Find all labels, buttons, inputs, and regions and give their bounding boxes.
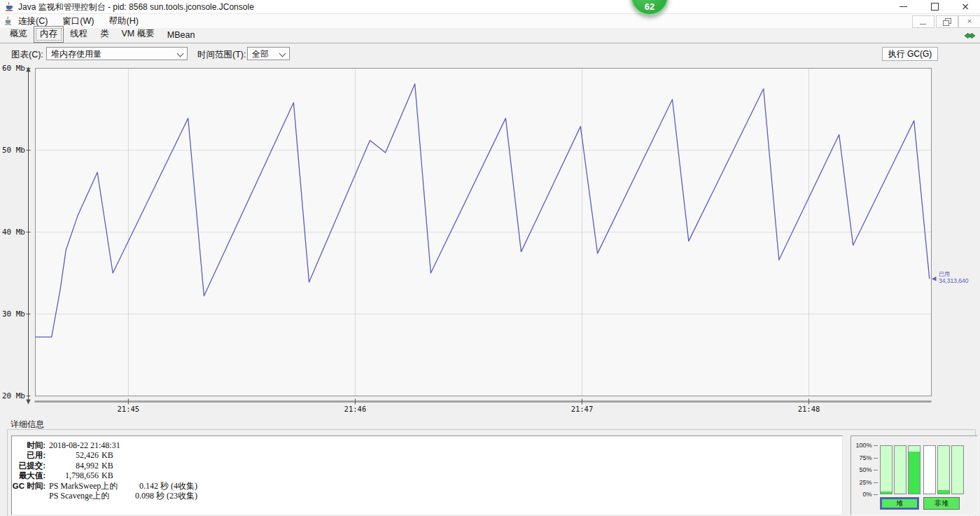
detail-row-gc-marksweep: GC 时间:PS MarkSweep上的0.142 秒 (4收集) <box>12 481 842 491</box>
time-range-select[interactable]: 全部 <box>247 47 290 60</box>
mdi-restore-button[interactable] <box>936 15 958 28</box>
tab-vm-summary[interactable]: VM 概要 <box>115 26 161 43</box>
tab-memory[interactable]: 内存 <box>34 26 64 43</box>
range-select-label: 时间范围(T): <box>197 49 246 61</box>
perform-gc-button[interactable]: 执行 GC(G) <box>882 47 938 61</box>
memory-pool-bar <box>908 445 920 494</box>
gauge-scale-label: 50% -- <box>853 466 878 473</box>
menu-item-window[interactable]: 窗口(W) <box>61 15 95 27</box>
memory-pool-bar <box>923 445 936 494</box>
detail-unit: KB <box>102 461 113 470</box>
toolbar: 图表(C): 堆内存使用量 时间范围(T): 全部 执行 GC(G) <box>0 43 980 64</box>
java-cup-icon <box>4 1 14 12</box>
chevron-down-icon <box>279 50 286 57</box>
green-plug-icon <box>964 31 976 41</box>
details-panel: 时间:2018-08-22 21:48:31已用:52,426KB已提交:84,… <box>11 435 843 515</box>
tab-mbean[interactable]: MBean <box>161 28 202 43</box>
mdi-close-button[interactable]: × <box>958 15 980 28</box>
chart-select-value: 堆内存使用量 <box>51 49 102 59</box>
title-bar: Java 监视和管理控制台 - pid: 8568 sun.tools.jcon… <box>0 0 980 14</box>
x-tick-label: 21:47 <box>571 405 594 413</box>
gauge-scale-label: 100% -- <box>853 442 878 449</box>
menu-item-help[interactable]: 帮助(H) <box>107 15 139 27</box>
y-tick-label: 30 Mb <box>2 309 25 319</box>
detail-value: PS MarkSweep上的 <box>49 481 118 491</box>
chart-select[interactable]: 堆内存使用量 <box>46 47 188 60</box>
close-icon: × <box>961 1 969 12</box>
x-tick-label: 21:46 <box>344 405 367 413</box>
detail-gc-time: 0.142 秒 (4收集) <box>117 481 197 491</box>
detail-row-gc-scavenge: PS Scavenge上的0.098 秒 (23收集) <box>12 491 842 501</box>
detail-unit: KB <box>102 450 113 460</box>
detail-row-committed: 已提交:84,992KB <box>12 461 842 470</box>
memory-pool-used-fill <box>881 491 892 494</box>
memory-pool-bar <box>880 445 892 494</box>
y-tick-label: 50 Mb <box>2 146 25 155</box>
gauge-scale-label: 25% -- <box>853 479 878 486</box>
y-tick-label: 20 Mb <box>2 391 25 400</box>
mdi-minimize-icon <box>920 24 926 25</box>
detail-value: 52,426 <box>40 450 99 460</box>
x-tick-label: 21:48 <box>798 405 820 413</box>
y-tick-label: 40 Mb <box>2 228 25 237</box>
gauge-button-heap[interactable]: 堆 <box>880 497 919 510</box>
marker-label: 已用 <box>939 271 950 277</box>
mdi-minimize-button[interactable] <box>912 15 934 28</box>
y-axis-arrow-bottom <box>26 400 30 405</box>
gauge-panel: 100% --75% --50% --25% --0% --堆非堆 <box>850 435 978 515</box>
tab-threads[interactable]: 线程 <box>64 26 94 43</box>
detail-value: PS Scavenge上的 <box>49 491 109 501</box>
detail-value: 1,798,656 <box>40 470 99 480</box>
detail-value: 2018-08-22 21:48:31 <box>49 440 120 450</box>
mdi-close-icon: × <box>959 16 980 27</box>
close-button[interactable]: × <box>951 0 980 13</box>
chart-area: 60 Mb50 Mb40 Mb30 Mb20 Mb21:4521:4621:47… <box>0 64 980 417</box>
detail-row-max: 最大值:1,798,656KB <box>12 470 842 480</box>
marker-value: 34,313,640 <box>939 277 969 284</box>
x-tick-label: 21:45 <box>118 405 140 413</box>
left-triangle-icon <box>932 277 937 281</box>
tab-bar: 概览内存线程类VM 概要MBean <box>0 28 980 43</box>
detail-row-used: 已用:52,426KB <box>12 450 842 460</box>
detail-unit: KB <box>102 470 113 480</box>
memory-pool-bar <box>894 445 906 494</box>
maximize-icon <box>931 3 939 11</box>
memory-pool-bar <box>937 445 950 494</box>
maximize-button[interactable] <box>919 0 951 13</box>
y-axis-arrow-top <box>26 67 30 72</box>
badge-count: 62 <box>632 1 667 12</box>
gauge-scale-label: 75% -- <box>853 454 878 461</box>
memory-chart: 60 Mb50 Mb40 Mb30 Mb20 Mb21:4521:4621:47… <box>0 64 980 417</box>
y-tick-label: 60 Mb <box>2 64 25 73</box>
java-frame-icon <box>4 16 13 26</box>
memory-pool-bar <box>951 445 964 494</box>
notification-badge: 62 <box>631 0 668 15</box>
tab-overview[interactable]: 概览 <box>4 26 34 43</box>
tab-classes[interactable]: 类 <box>94 26 115 43</box>
minimize-button[interactable] <box>888 0 919 13</box>
chevron-down-icon <box>177 50 184 57</box>
time-range-value: 全部 <box>252 49 269 59</box>
detail-label: 时间: <box>12 440 46 450</box>
detail-label: GC 时间: <box>12 481 46 491</box>
detail-gc-time: 0.098 秒 (23收集) <box>117 491 197 501</box>
details-section: 详细信息 时间:2018-08-22 21:48:31已用:52,426KB已提… <box>0 417 980 516</box>
menu-item-connect[interactable]: 连接(C) <box>17 15 49 27</box>
memory-pool-used-fill <box>909 452 920 494</box>
gauge-button-non-heap[interactable]: 非堆 <box>923 497 960 510</box>
chart-select-label: 图表(C): <box>11 49 43 61</box>
gauge-group-non-heap <box>923 445 964 494</box>
gauge-group-heap <box>880 445 920 494</box>
minimize-icon <box>899 6 907 7</box>
detail-value: 84,992 <box>40 461 99 470</box>
gauge-scale-label: 0% -- <box>853 491 878 498</box>
window-title: Java 监视和管理控制台 - pid: 8568 sun.tools.jcon… <box>18 1 254 13</box>
detail-row-time: 时间:2018-08-22 21:48:31 <box>12 440 842 450</box>
memory-pool-used-fill <box>938 490 949 494</box>
